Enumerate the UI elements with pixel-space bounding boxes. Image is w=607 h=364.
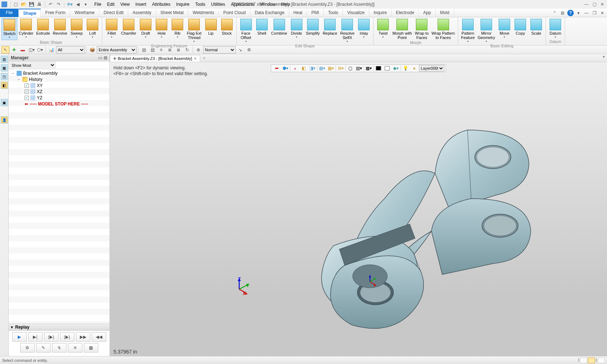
help-icon[interactable]: ?: [567, 10, 574, 16]
sidebar-visual-icon[interactable]: ▣: [1, 99, 8, 106]
tab-directedit[interactable]: Direct Edit: [99, 9, 128, 17]
rib-button[interactable]: Rib▾: [169, 18, 185, 44]
exit-icon[interactable]: ⬅: [273, 65, 281, 72]
tab-pointcloud[interactable]: Point Cloud: [219, 9, 250, 17]
tab-freeform[interactable]: Free Form: [41, 9, 70, 17]
settings-icon[interactable]: ✲▾: [66, 1, 73, 8]
view-home-icon[interactable]: ⬢▾: [281, 65, 289, 72]
loft-button[interactable]: Loft▾: [85, 18, 100, 40]
tab-heal[interactable]: Heal: [289, 9, 307, 17]
3d-viewport[interactable]: ✚ Bracket Assembly.Z3 - [Bracket Assembl…: [110, 54, 607, 356]
filter-input[interactable]: [56, 61, 109, 69]
color-black-swatch[interactable]: [375, 65, 383, 72]
model-bracket[interactable]: [312, 116, 536, 339]
redo-icon[interactable]: ↷: [55, 1, 62, 8]
morphpoint-button[interactable]: Morph with Point: [391, 18, 413, 40]
datum-button[interactable]: Datum▾: [547, 18, 563, 39]
ribbon-dropdown-icon[interactable]: ▾: [575, 10, 582, 16]
close-icon[interactable]: ✕: [599, 2, 606, 7]
layer-color-icon[interactable]: ●: [410, 65, 418, 72]
replay-header[interactable]: ▾Replay: [9, 324, 109, 331]
add-sel-icon[interactable]: ✚: [10, 46, 18, 53]
status-btn-1[interactable]: [580, 358, 587, 363]
fwd-icon[interactable]: ▾: [82, 1, 89, 8]
tab-mold[interactable]: Mold: [436, 9, 454, 17]
tab-inquire[interactable]: Inquire: [369, 9, 392, 17]
toggle-sel-icon[interactable]: ◫▾: [27, 46, 35, 53]
display-select[interactable]: Normal: [203, 46, 236, 53]
tab-file[interactable]: File: [0, 9, 19, 17]
list3-icon[interactable]: ≣: [175, 46, 182, 53]
box2-icon[interactable]: ▦▾: [327, 65, 335, 72]
sidebar-user-icon[interactable]: 👤: [1, 116, 8, 124]
menu-inquire[interactable]: Inquire: [173, 1, 193, 8]
tab-shape[interactable]: Shape: [19, 9, 41, 17]
faceoffset-button[interactable]: Face Offset▾: [238, 18, 254, 44]
list-icon[interactable]: ≡: [157, 46, 165, 53]
tool3-button[interactable]: ↯: [52, 343, 66, 352]
cancel-button[interactable]: ✕: [68, 343, 82, 352]
menu-file[interactable]: File: [91, 1, 104, 8]
tab-dataexchange[interactable]: Data Exchange: [250, 9, 289, 17]
chamfer-button[interactable]: Chamfer: [120, 18, 138, 44]
frame-icon[interactable]: ▢: [346, 65, 354, 72]
toolbar-options-icon[interactable]: ⊞: [559, 10, 566, 16]
snapshot-button[interactable]: ▦: [84, 343, 98, 352]
tree-root[interactable]: −Bracket Assembly: [9, 70, 109, 76]
replace-button[interactable]: Replace: [321, 18, 339, 44]
tree-model-stop[interactable]: ⬅----- MODEL STOP HERE -----: [9, 101, 109, 107]
tree-history[interactable]: −📁History: [9, 76, 109, 82]
tab-pmi[interactable]: PMI: [307, 9, 324, 17]
tab-app[interactable]: App: [419, 9, 435, 17]
tab-wireframe[interactable]: Wireframe: [70, 9, 99, 17]
draft-button[interactable]: Draft▾: [138, 18, 154, 44]
twist-button[interactable]: Twist▾: [375, 18, 391, 40]
show-select[interactable]: Show Most: [9, 61, 56, 69]
flagextthread-button[interactable]: Flag Ext Thread▾: [185, 18, 203, 44]
sidebar-mgr-icon[interactable]: ▥: [1, 56, 8, 63]
rewind-button[interactable]: ◀◀: [92, 332, 106, 342]
sweep-button[interactable]: Sweep▾: [69, 18, 85, 40]
tree-plane-yz[interactable]: ✓YZ: [9, 95, 109, 101]
new-icon[interactable]: ▢: [12, 1, 19, 8]
tab-tools[interactable]: Tools: [324, 9, 343, 17]
layer-select[interactable]: Layer0000: [419, 65, 444, 72]
stock-button[interactable]: Stock: [219, 18, 235, 44]
poly-sel-icon[interactable]: ⬡▾: [36, 46, 44, 53]
grid-icon[interactable]: ⊞▾: [337, 65, 345, 72]
new-tab-icon[interactable]: +: [200, 54, 208, 62]
globe-icon[interactable]: ⊕: [194, 46, 202, 53]
fillet-button[interactable]: Fillet▾: [104, 18, 120, 44]
hole-button[interactable]: Hole▾: [154, 18, 169, 44]
tab-electrode[interactable]: Electrode: [392, 9, 419, 17]
chart-icon[interactable]: 📊: [47, 46, 55, 53]
open-icon[interactable]: 📂: [20, 1, 27, 8]
scope-select[interactable]: Entire Assembly: [97, 46, 137, 53]
gear-icon[interactable]: ⚙: [245, 46, 253, 53]
menu-edit[interactable]: Edit: [104, 1, 117, 8]
wraptofaces-button[interactable]: Wrap to Faces: [413, 18, 430, 40]
align-left-icon[interactable]: ▤: [140, 46, 148, 53]
tree-plane-xz[interactable]: ✓XZ: [9, 88, 109, 95]
mirrorgeometry-button[interactable]: Mirror Geometry▾: [476, 18, 496, 44]
refresh-icon[interactable]: ↻: [183, 46, 191, 53]
move-button[interactable]: Move▾: [496, 18, 512, 44]
back-icon[interactable]: ◀: [74, 1, 81, 8]
sketch-button[interactable]: Sketch▾: [1, 18, 17, 40]
light-icon[interactable]: 💡: [402, 65, 410, 72]
document-tab[interactable]: ✚ Bracket Assembly.Z3 - [Bracket Assembl…: [110, 55, 200, 62]
eraser-icon[interactable]: ⬥: [291, 65, 299, 72]
minimize-icon[interactable]: —: [583, 2, 590, 7]
child-minimize-icon[interactable]: —: [583, 10, 590, 16]
print-icon[interactable]: 🖶: [36, 1, 43, 8]
cylinder-button[interactable]: Cylinder▾: [17, 18, 35, 40]
menu-utilities[interactable]: Utilities: [208, 1, 228, 8]
play-button[interactable]: ▶: [12, 332, 27, 342]
maximize-icon[interactable]: ▢: [591, 2, 598, 7]
menu-insert[interactable]: Insert: [133, 1, 149, 8]
copy-button[interactable]: Copy: [512, 18, 528, 44]
align-center-icon[interactable]: ▤: [148, 46, 156, 53]
feature-tree[interactable]: −Bracket Assembly −📁History ✓XY ✓XZ ✓YZ …: [9, 69, 109, 324]
lip-button[interactable]: Lip: [203, 18, 219, 44]
child-restore-icon[interactable]: ❐: [591, 10, 598, 16]
